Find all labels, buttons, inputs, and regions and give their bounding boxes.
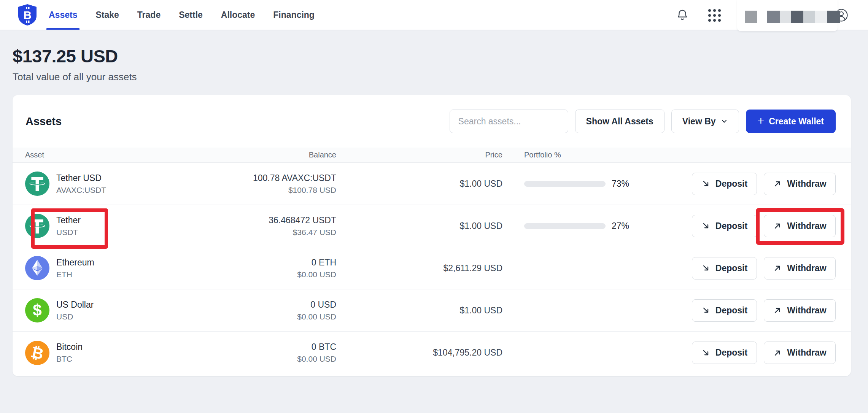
deposit-label: Deposit xyxy=(715,348,747,358)
balance-amount: 0 ETH xyxy=(196,257,336,268)
column-header-balance: Balance xyxy=(196,151,336,159)
portfolio-percent-label: 73% xyxy=(612,179,629,189)
arrow-up-right-icon xyxy=(773,306,782,315)
deposit-label: Deposit xyxy=(715,221,747,231)
table-row-usd[interactable]: $ US Dollar USD 0 USD $0.00 USD $1.00 US… xyxy=(13,289,851,332)
row-actions: Deposit Withdraw xyxy=(692,299,836,322)
arrow-down-right-icon xyxy=(701,221,711,230)
asset-symbol: BTC xyxy=(56,354,83,364)
primary-nav: AssetsStakeTradeSettleAllocateFinancing xyxy=(49,0,315,30)
column-header-price: Price xyxy=(336,151,502,159)
portfolio-progress-bar xyxy=(524,181,606,187)
portfolio-cell: 73% xyxy=(502,179,692,189)
redacted-account-name[interactable] xyxy=(737,0,838,31)
table-row-usdt[interactable]: Tether USDT 36.468472 USDT $36.47 USD $1… xyxy=(13,205,851,247)
arrow-down-right-icon xyxy=(701,179,711,188)
asset-name: US Dollar xyxy=(56,300,94,310)
price-cell: $1.00 USD xyxy=(336,221,502,231)
arrow-down-right-icon xyxy=(701,306,711,315)
withdraw-label: Withdraw xyxy=(787,221,826,231)
balance-cell: 0 ETH $0.00 USD xyxy=(196,257,336,279)
top-navigation-bar: B AssetsStakeTradeSettleAllocateFinancin… xyxy=(0,0,868,30)
price-cell: $1.00 USD xyxy=(336,179,502,189)
chevron-down-icon xyxy=(720,118,728,125)
portfolio-cell: 27% xyxy=(502,221,692,231)
column-header-portfolio: Portfolio % xyxy=(502,151,692,159)
plus-icon: + xyxy=(758,115,765,127)
nav-item-stake[interactable]: Stake xyxy=(95,0,119,30)
balance-usd-value: $36.47 USD xyxy=(196,228,336,237)
bitcoin-coin-icon: ₿ xyxy=(25,341,49,365)
svg-text:B: B xyxy=(23,9,32,21)
nav-item-financing[interactable]: Financing xyxy=(273,0,315,30)
balance-usd-value: $100.78 USD xyxy=(196,186,336,195)
asset-cell[interactable]: Tether USD AVAXC:USDT xyxy=(25,163,196,205)
show-all-assets-label: Show All Assets xyxy=(586,116,653,127)
deposit-button[interactable]: Deposit xyxy=(692,342,757,364)
nav-item-settle[interactable]: Settle xyxy=(179,0,203,30)
deposit-button[interactable]: Deposit xyxy=(692,299,757,322)
balance-cell: 36.468472 USDT $36.47 USD xyxy=(196,215,336,237)
balance-amount: 0 BTC xyxy=(196,342,336,352)
deposit-button[interactable]: Deposit xyxy=(692,215,757,237)
asset-cell[interactable]: ₿ Bitcoin BTC xyxy=(25,332,196,374)
price-cell: $2,611.29 USD xyxy=(336,263,502,273)
table-row-eth[interactable]: Ethereum ETH 0 ETH $0.00 USD $2,611.29 U… xyxy=(13,247,851,289)
view-by-label: View By xyxy=(682,116,716,127)
withdraw-label: Withdraw xyxy=(787,179,826,189)
arrow-up-right-icon xyxy=(773,348,782,357)
balance-amount: 36.468472 USDT xyxy=(196,215,336,226)
withdraw-button[interactable]: Withdraw xyxy=(764,215,836,237)
withdraw-button[interactable]: Withdraw xyxy=(764,299,836,322)
arrow-down-right-icon xyxy=(701,264,711,273)
balance-cell: 100.78 AVAXC:USDT $100.78 USD xyxy=(196,173,336,195)
view-by-dropdown[interactable]: View By xyxy=(671,110,739,133)
nav-item-trade[interactable]: Trade xyxy=(137,0,161,30)
table-row-btc[interactable]: ₿ Bitcoin BTC 0 BTC $0.00 USD $104,795.2… xyxy=(13,332,851,374)
create-wallet-button[interactable]: + Create Wallet xyxy=(746,110,836,133)
tether-coin-icon xyxy=(25,214,49,238)
portfolio-percent-label: 27% xyxy=(612,221,629,231)
withdraw-button[interactable]: Withdraw xyxy=(764,342,836,364)
asset-cell[interactable]: Tether USDT xyxy=(25,205,196,247)
asset-cell[interactable]: $ US Dollar USD xyxy=(25,289,196,331)
asset-cell[interactable]: Ethereum ETH xyxy=(25,247,196,289)
balance-usd-value: $0.00 USD xyxy=(196,270,336,279)
nav-item-assets[interactable]: Assets xyxy=(49,0,77,30)
row-actions: Deposit Withdraw xyxy=(692,257,836,280)
arrow-down-right-icon xyxy=(701,348,711,357)
total-value: $137.25 USD xyxy=(13,46,868,67)
notifications-bell-icon[interactable] xyxy=(674,0,691,30)
balance-usd-value: $0.00 USD xyxy=(196,354,336,364)
withdraw-label: Withdraw xyxy=(787,263,826,273)
ethereum-coin-icon xyxy=(25,256,49,280)
asset-name: Bitcoin xyxy=(56,342,83,352)
deposit-button[interactable]: Deposit xyxy=(692,173,757,195)
nav-item-allocate[interactable]: Allocate xyxy=(221,0,255,30)
assets-card-title: Assets xyxy=(25,115,62,128)
assets-card: Assets Show All Assets View By + Create … xyxy=(13,95,851,376)
portfolio-progress-bar xyxy=(524,223,606,229)
assets-table-body: Tether USD AVAXC:USDT 100.78 AVAXC:USDT … xyxy=(13,163,851,374)
row-actions: Deposit Withdraw xyxy=(692,173,836,195)
assets-card-header: Assets Show All Assets View By + Create … xyxy=(13,95,851,148)
balance-cell: 0 USD $0.00 USD xyxy=(196,300,336,321)
balance-usd-value: $0.00 USD xyxy=(196,312,336,321)
balance-amount: 0 USD xyxy=(196,300,336,310)
deposit-label: Deposit xyxy=(715,305,747,316)
withdraw-button[interactable]: Withdraw xyxy=(764,173,836,195)
asset-symbol: USD xyxy=(56,312,94,321)
row-actions: Deposit Withdraw xyxy=(692,215,836,237)
arrow-up-right-icon xyxy=(773,264,782,273)
apps-grid-icon[interactable] xyxy=(706,0,723,30)
show-all-assets-button[interactable]: Show All Assets xyxy=(575,110,665,133)
balance-amount: 100.78 AVAXC:USDT xyxy=(196,173,336,183)
table-row-avaxc-usdt[interactable]: Tether USD AVAXC:USDT 100.78 AVAXC:USDT … xyxy=(13,163,851,205)
arrow-up-right-icon xyxy=(773,179,782,188)
search-assets-input[interactable] xyxy=(450,110,568,133)
asset-name: Ethereum xyxy=(56,257,94,268)
bitgo-logo-icon[interactable]: B xyxy=(17,4,37,26)
withdraw-label: Withdraw xyxy=(787,305,826,316)
deposit-button[interactable]: Deposit xyxy=(692,257,757,280)
withdraw-button[interactable]: Withdraw xyxy=(764,257,836,280)
